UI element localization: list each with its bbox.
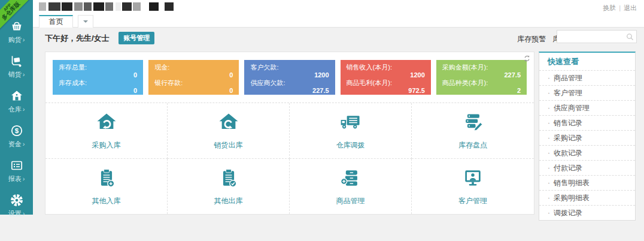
quick-view-item-label: 采购记录 xyxy=(554,134,582,142)
search-input[interactable] xyxy=(560,31,624,42)
quick-view-panel: 快速查看 ·商品管理 ·客户管理 ·供应商管理 ·销售记录 ·采购记录 ·收款记… xyxy=(539,52,636,221)
stat-value: 1200 xyxy=(250,71,329,79)
dashboard-panel: 库存总量: 0 库存成本: 0 现金: 0 银行存款: 0 客户欠款: 1200… xyxy=(45,52,534,215)
shortcut-label: 库存盘点 xyxy=(458,140,487,150)
bullet-icon: · xyxy=(548,149,550,157)
quick-view-item-suppliers[interactable]: ·供应商管理 xyxy=(539,100,635,115)
quick-view-title: 快速查看 xyxy=(539,53,635,70)
warehouse-icon xyxy=(10,89,24,103)
quick-view-item-purchase-detail[interactable]: ·采购明细表 xyxy=(539,190,635,205)
chevron-right-icon: › xyxy=(23,71,25,78)
sidebar-item-funds[interactable]: $ 资金› xyxy=(0,114,33,149)
bullet-icon: · xyxy=(548,74,550,82)
sidebar-item-reports[interactable]: 报表› xyxy=(0,149,33,183)
clipboard-arrow-icon xyxy=(95,167,119,191)
inventory-warning-link[interactable]: 库存预警 xyxy=(517,35,546,43)
stat-label: 商品毛利(本月): xyxy=(347,79,425,87)
settings-icon xyxy=(10,193,24,207)
tab-bar: 首页 xyxy=(33,15,644,28)
svg-text:$: $ xyxy=(14,127,19,134)
refresh-icon[interactable] xyxy=(523,54,531,63)
shortcut-label: 其他入库 xyxy=(92,196,121,206)
bullet-icon: · xyxy=(548,179,550,187)
tab-home[interactable]: 首页 xyxy=(39,15,73,28)
stat-label: 库存成本: xyxy=(59,79,137,87)
stats-cards: 库存总量: 0 库存成本: 0 现金: 0 银行存款: 0 客户欠款: 1200… xyxy=(45,52,534,103)
quick-view-item-label: 付款记录 xyxy=(554,164,582,172)
header-links: 换肤|退出 xyxy=(603,4,637,13)
shortcut-label: 其他出库 xyxy=(214,196,243,206)
funds-icon: $ xyxy=(10,123,24,138)
sidebar-item-label: 仓库 xyxy=(8,106,22,113)
stat-label: 客户欠款: xyxy=(250,64,329,71)
stat-label: 银行存款: xyxy=(154,79,233,87)
shortcut-purchase-inbound[interactable]: 采购入库 xyxy=(45,103,168,159)
stat-card-receivables: 客户欠款: 1200 供应商欠款: 227.5 xyxy=(244,60,335,95)
bullet-icon: · xyxy=(548,194,550,202)
quick-view-item-products[interactable]: ·商品管理 xyxy=(539,70,635,85)
stat-value: 0 xyxy=(154,71,233,79)
stat-label: 销售收入(本月): xyxy=(347,64,425,71)
sidebar-item-label: 报表 xyxy=(8,175,22,182)
stat-card-purchases: 采购金额(本月): 227.5 商品种类(本月): 2 xyxy=(436,60,527,95)
account-manage-button[interactable]: 账号管理 xyxy=(119,32,154,44)
sidebar-item-warehouse[interactable]: 仓库› xyxy=(0,79,33,114)
stat-label: 现金: xyxy=(154,64,233,71)
bullet-icon: · xyxy=(548,134,550,142)
truck-icon xyxy=(339,111,363,135)
basket-icon xyxy=(10,19,24,34)
bullet-icon: · xyxy=(548,164,550,172)
shortcut-sales-outbound[interactable]: 销货出库 xyxy=(168,103,290,159)
search-icon[interactable] xyxy=(625,32,634,41)
bullet-icon: · xyxy=(548,119,550,127)
stat-value: 227.5 xyxy=(250,87,329,95)
shortcut-product-management[interactable]: 商品管理 xyxy=(290,159,412,215)
quick-view-item-label: 商品管理 xyxy=(554,74,582,82)
chevron-right-icon: › xyxy=(23,210,25,217)
quick-view-item-receipts[interactable]: ·收款记录 xyxy=(539,145,635,160)
sidebar-item-sales[interactable]: 销货› xyxy=(0,44,33,79)
bullet-icon: · xyxy=(548,209,550,217)
stat-value: 0 xyxy=(154,87,233,95)
shortcut-customer-management[interactable]: 客户管理 xyxy=(412,159,534,215)
shortcut-label: 采购入库 xyxy=(92,140,121,150)
quick-view-item-label: 调拨记录 xyxy=(554,209,582,217)
stat-value: 972.5 xyxy=(347,87,425,95)
shortcut-stocktake[interactable]: 库存盘点 xyxy=(412,103,534,159)
link-divider: | xyxy=(619,4,621,11)
greeting-row: 下午好，先生/女士 账号管理 xyxy=(45,32,154,44)
quick-view-item-sales-records[interactable]: ·销售记录 xyxy=(539,115,635,130)
redacted-title xyxy=(39,2,174,11)
house-arrow-out-icon xyxy=(217,111,241,135)
quick-view-item-sales-detail[interactable]: ·销售明细表 xyxy=(539,175,635,190)
sidebar-item-label: 资金 xyxy=(8,140,22,147)
stat-value: 1200 xyxy=(347,71,425,79)
shortcut-label: 客户管理 xyxy=(458,196,487,206)
logout-link[interactable]: 退出 xyxy=(624,4,637,11)
shortcut-grid: 采购入库 销货出库 仓库调拨 xyxy=(45,103,534,214)
quick-view-item-customers[interactable]: ·客户管理 xyxy=(539,85,635,100)
bullet-icon: · xyxy=(548,89,550,97)
shortcut-label: 仓库调拨 xyxy=(336,140,365,150)
quick-view-item-label: 收款记录 xyxy=(554,149,582,157)
stat-value: 227.5 xyxy=(442,71,521,79)
quick-view-item-label: 采购明细表 xyxy=(554,194,590,202)
top-header: 换肤|退出 xyxy=(33,0,644,15)
chevron-right-icon: › xyxy=(23,175,25,182)
stocktake-icon xyxy=(461,111,485,135)
shortcut-other-outbound[interactable]: 其他出库 xyxy=(168,159,290,215)
stat-card-sales: 销售收入(本月): 1200 商品毛利(本月): 972.5 xyxy=(341,60,431,95)
shortcut-warehouse-transfer[interactable]: 仓库调拨 xyxy=(290,103,412,159)
sidebar-item-label: 设置 xyxy=(8,210,22,217)
change-skin-link[interactable]: 换肤 xyxy=(603,4,616,11)
quick-view-item-transfer-records[interactable]: ·调拨记录 xyxy=(539,205,635,220)
chevron-down-icon xyxy=(83,20,88,25)
stat-value: 2 xyxy=(442,87,521,95)
shortcut-other-inbound[interactable]: 其他入库 xyxy=(45,159,168,215)
quick-view-item-label: 销售记录 xyxy=(554,119,582,127)
tab-dropdown-button[interactable] xyxy=(78,15,93,28)
quick-view-item-payments[interactable]: ·付款记录 xyxy=(539,160,635,175)
sidebar-item-settings[interactable]: 设置› xyxy=(0,183,33,218)
stat-label: 供应商欠款: xyxy=(250,79,329,87)
quick-view-item-purchase-records[interactable]: ·采购记录 xyxy=(539,130,635,145)
